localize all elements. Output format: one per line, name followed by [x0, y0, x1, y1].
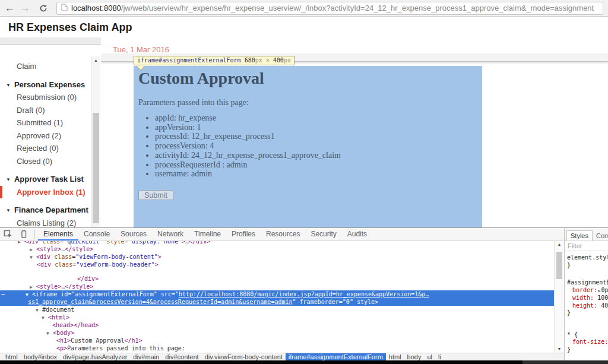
- devtools-tab-resources[interactable]: Resources: [261, 228, 305, 240]
- sidebar-item[interactable]: Approved (2): [0, 129, 90, 143]
- expand-icon[interactable]: ▶: [598, 289, 600, 293]
- css-property[interactable]: font-size:: [567, 338, 608, 346]
- tooltip-width: 680: [245, 57, 255, 64]
- sidebar-tab-computed[interactable]: Computed: [593, 231, 608, 240]
- css-rule: #assignmentExternalForm {border:▶0pxwidt…: [565, 279, 608, 317]
- main-content: Tue, 1 Mar 2016 iframe#assignmentExterna…: [101, 37, 608, 227]
- screenshot-stage: ← → localhost:8080/jw/web/userview/hr_ex…: [0, 0, 608, 364]
- address-bar[interactable]: localhost:8080/jw/web/userview/hr_expens…: [56, 2, 603, 15]
- chevron-down-icon: ▼: [6, 177, 11, 182]
- css-rule: element.style {}: [565, 254, 608, 269]
- scroll-up-icon[interactable]: ▲: [91, 58, 100, 62]
- dom-tree-node[interactable]: ▼<html>: [0, 314, 554, 321]
- devtools-scrollbar[interactable]: ▲ ▼: [554, 241, 564, 353]
- styles-filter-input[interactable]: Filter: [565, 241, 608, 251]
- devtools-toolbar: ElementsConsoleSourcesNetworkTimelinePro…: [0, 228, 564, 241]
- sidebar-item[interactable]: Claim: [0, 60, 90, 73]
- dom-tree-node[interactable]: ▼<div class="viewForm-body-content">: [0, 253, 554, 261]
- css-property[interactable]: height: 400px: [567, 302, 608, 310]
- css-rules: element.style {}#assignmentExternalForm …: [565, 254, 608, 353]
- dom-tree-node[interactable]: <p>Parameters passed into this page:: [0, 344, 554, 352]
- css-selector[interactable]: * {: [567, 331, 608, 339]
- param-list-item: appVersion: 1: [155, 123, 341, 132]
- dom-tree-node[interactable]: ▶<div class="quickEdit" style="display: …: [0, 241, 554, 245]
- devtools-tab-elements[interactable]: Elements: [38, 228, 78, 240]
- sidebar-tab-styles[interactable]: Styles: [566, 230, 593, 240]
- dom-tree-node-selected[interactable]: ss1_approve_claim&processVersion=4&proce…: [0, 298, 554, 306]
- chevron-down-icon: ▼: [6, 208, 11, 213]
- page-icon: [61, 4, 68, 13]
- sidebar-item[interactable]: Draft (0): [0, 104, 90, 117]
- sidebar-item[interactable]: Approver Inbox (1): [0, 186, 90, 199]
- forward-icon[interactable]: →: [20, 3, 30, 13]
- inspect-element-icon[interactable]: [4, 230, 12, 239]
- sidebar-section-header[interactable]: ▼Finance Department: [0, 204, 90, 217]
- devtools-tab-sources[interactable]: Sources: [115, 228, 152, 240]
- param-list-item: processRequesterId : admin: [155, 160, 341, 170]
- scroll-up-icon[interactable]: ▲: [555, 242, 564, 246]
- chevron-down-icon: ▼: [6, 83, 11, 88]
- css-selector[interactable]: element.style {: [567, 254, 608, 262]
- sidebar-item[interactable]: Rejected (0): [0, 142, 90, 155]
- scroll-down-icon[interactable]: ▼: [555, 347, 564, 351]
- sidebar-scrollbar[interactable]: ▲: [91, 56, 100, 227]
- sidebar-section-header[interactable]: ▼Approver Task List: [0, 173, 90, 186]
- dom-tree-node[interactable]: ▼#document: [0, 306, 554, 314]
- toolbar-divider: [34, 230, 35, 239]
- devtools-tabs: ElementsConsoleSourcesNetworkTimelinePro…: [38, 228, 372, 240]
- iframe-heading: Custom Approval: [138, 69, 264, 88]
- styles-pane: Filter element.style {}#assignmentExtern…: [564, 241, 608, 361]
- scrollbar-thumb[interactable]: [93, 113, 99, 223]
- sidebar-item[interactable]: Resubmission (0): [0, 91, 90, 104]
- sidebar-item[interactable]: Closed (0): [0, 155, 90, 168]
- overflow-dots: ⋯: [1, 290, 5, 298]
- css-property[interactable]: width: 100%: [567, 295, 608, 302]
- dom-tree-node[interactable]: [0, 268, 554, 275]
- browser-toolbar: ← → localhost:8080/jw/web/userview/hr_ex…: [0, 0, 608, 17]
- sidebar-section-header[interactable]: ▼Personal Expenses: [0, 78, 90, 91]
- taskbar-segment: [522, 360, 608, 364]
- dom-tree-node[interactable]: ▼<body>: [0, 329, 554, 337]
- devtools-panel: ElementsConsoleSourcesNetworkTimelinePro…: [0, 227, 608, 360]
- css-selector[interactable]: #assignmentExternalForm {: [567, 279, 608, 287]
- dom-tree-node[interactable]: ▶<style>…</style>: [0, 283, 554, 290]
- sidebar-item[interactable]: Claims Listing (2): [0, 217, 90, 228]
- sidebar-item[interactable]: Submitted (1): [0, 116, 90, 129]
- devtools-sidebar-tabs: StylesComputed: [564, 228, 608, 241]
- dom-tree-node[interactable]: <h1>Custom Approval</h1>: [0, 337, 554, 344]
- dom-tree-node[interactable]: <head></head>: [0, 321, 554, 329]
- sidebar-section-label: Approver Task List: [14, 175, 84, 183]
- sidebar-top-strip: [0, 37, 101, 45]
- times-icon: ×: [262, 57, 273, 64]
- back-icon[interactable]: ←: [5, 3, 15, 13]
- app-header: HR Expenses Claim App: [0, 17, 608, 38]
- devtools-tab-security[interactable]: Security: [305, 228, 341, 240]
- iframe-intro-text: Parameters passed into this page:: [138, 98, 249, 107]
- param-list-item: activityId: 24_12_hr_expense_process1_ap…: [155, 151, 341, 160]
- devtools-tab-audits[interactable]: Audits: [342, 228, 372, 240]
- sidebar-section-label: Personal Expenses: [14, 80, 85, 89]
- refresh-icon[interactable]: [39, 4, 48, 12]
- url-host: localhost:8080: [71, 4, 121, 12]
- sidebar-section-label: Finance Department: [14, 205, 88, 214]
- tooltip-selector: iframe#assignmentExternalForm: [137, 57, 241, 64]
- devtools-tab-timeline[interactable]: Timeline: [189, 228, 226, 240]
- dom-tree-node[interactable]: <div class="viewForm-body-header">: [0, 261, 554, 268]
- param-list-item: appId: hr_expense: [155, 113, 341, 123]
- dom-tree-node[interactable]: ▶<style>…</style>: [0, 245, 554, 253]
- devtools-tab-network[interactable]: Network: [152, 228, 189, 240]
- dom-tree: ▶<div class="quickEdit" style="display: …: [0, 241, 554, 353]
- current-date: Tue, 1 Mar 2016: [113, 45, 169, 54]
- element-dimensions-tooltip: iframe#assignmentExternalForm 680px × 40…: [134, 56, 294, 65]
- devtools-tab-console[interactable]: Console: [78, 228, 115, 240]
- css-rule: * {font-size: }: [565, 331, 608, 354]
- device-toolbar-icon[interactable]: [20, 230, 28, 239]
- css-property[interactable]: border:▶0px: [567, 287, 608, 295]
- url-path: /jw/web/userview/hr_expense/hr_expense_u…: [121, 4, 594, 12]
- dom-tree-node[interactable]: </div>: [0, 275, 554, 283]
- dom-tree-node-selected[interactable]: ⋯▼<iframe id="assignmentExternalForm" sr…: [0, 290, 554, 298]
- scrollbar-thumb[interactable]: [556, 252, 562, 279]
- submit-button[interactable]: Submit: [138, 190, 173, 200]
- devtools-tab-profiles[interactable]: Profiles: [226, 228, 261, 240]
- param-list-item: processVersion: 4: [155, 141, 341, 151]
